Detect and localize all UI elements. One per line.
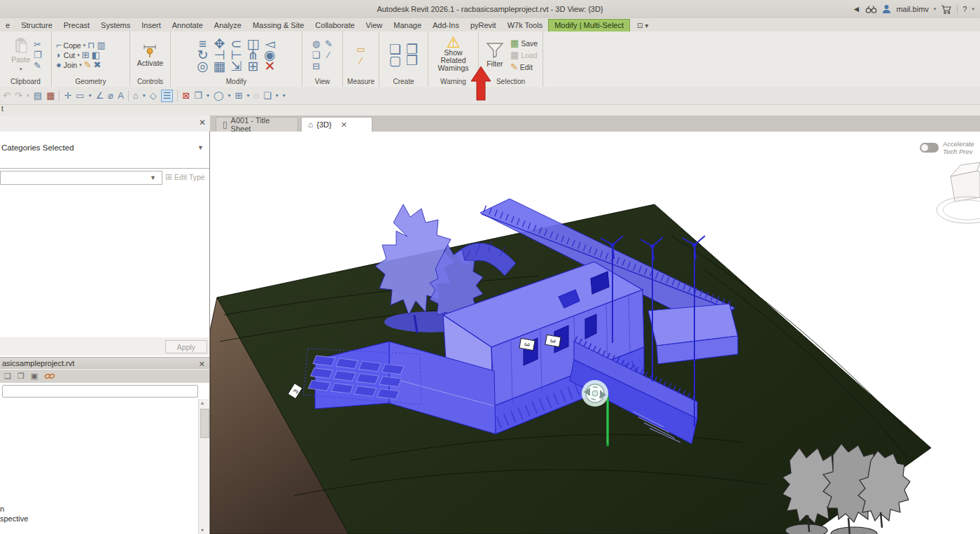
tag-icon[interactable]: ◇ — [150, 90, 157, 101]
search-binoculars-icon[interactable] — [865, 5, 877, 14]
ribbon-tab[interactable]: Systems — [95, 20, 136, 31]
drawing-area-3d-view[interactable]: 3 3 3 — [210, 132, 980, 534]
switch-caret-icon[interactable]: ▾ — [206, 90, 209, 101]
project-browser-tree[interactable]: n spective — [0, 399, 198, 534]
properties-close-icon[interactable]: ✕ — [199, 118, 206, 127]
apply-button[interactable]: Apply — [165, 340, 207, 353]
paste-caret-icon[interactable]: ▾ — [20, 65, 22, 73]
undo-icon[interactable]: ↶ — [3, 90, 10, 101]
panel-label-geometry[interactable]: Geometry — [52, 77, 130, 87]
divider[interactable] — [59, 90, 59, 101]
box3d-icon[interactable]: ❑ — [263, 90, 272, 101]
signed-in-user[interactable]: mail.bimv — [896, 5, 928, 13]
print-icon[interactable]: ▤ — [34, 90, 42, 101]
delete-icon[interactable]: ✕ — [264, 62, 275, 71]
ribbon-tab[interactable]: Precast — [58, 20, 95, 31]
combo-caret-icon[interactable]: ▼ — [150, 174, 156, 181]
ribbon-tab[interactable]: Collaborate — [309, 20, 360, 31]
grid-caret-icon[interactable]: ▾ — [246, 90, 249, 101]
scroll-up-icon[interactable]: ▴ — [201, 400, 204, 406]
create-group-icon[interactable]: ▢ — [389, 56, 402, 66]
cut-button[interactable]: ◗ Cut▾ ⊞ ◧ — [56, 50, 100, 60]
panel-label-clipboard[interactable]: Clipboard — [0, 77, 51, 87]
ribbon-tab[interactable]: Structure — [15, 20, 58, 31]
export-icon[interactable]: ▦ — [46, 90, 55, 101]
redo-icon[interactable]: ↷ — [15, 90, 22, 101]
shape-caret-icon[interactable]: ▾ — [227, 90, 230, 101]
browser-search-input[interactable] — [2, 385, 198, 398]
browser-search-icon[interactable]: ▣ — [31, 372, 38, 381]
ribbon-tab[interactable]: W7k Tools — [502, 20, 549, 31]
divider[interactable] — [177, 90, 178, 101]
array-icon[interactable]: ▦ — [214, 62, 226, 71]
beam-icon[interactable]: ⊓ — [88, 41, 94, 50]
ribbon-tab[interactable]: Manage — [388, 20, 427, 31]
tab-close-icon[interactable]: ✕ — [341, 120, 347, 129]
wall-joins-icon[interactable]: ⊞ — [247, 62, 258, 71]
section-icon[interactable]: ✛ — [64, 90, 71, 101]
type-selector-caret-icon[interactable]: ▼ — [197, 144, 204, 151]
collapse-icon[interactable]: ▾ — [283, 90, 286, 101]
shape-icon[interactable]: ◯ — [214, 90, 224, 101]
ribbon-tab[interactable]: pyRevit — [465, 20, 502, 31]
redo-caret-icon[interactable]: ▾ — [27, 90, 29, 101]
load-selection-button[interactable]: ▦ Load — [510, 50, 538, 60]
edit-selection-button[interactable]: ✎ Edit — [510, 62, 538, 72]
wall-opening-icon[interactable]: ▥ — [97, 41, 105, 50]
activate-button[interactable]: Activate — [135, 43, 165, 67]
properties-filter-combo[interactable]: ▼ — [0, 171, 162, 185]
view-tab-title-sheet[interactable]: ▯ A001 - Title Sheet — [216, 117, 298, 132]
override-graphics-icon[interactable]: ✎ — [325, 39, 332, 49]
help-icon[interactable]: ? — [962, 5, 967, 13]
save-selection-button[interactable]: ▦ Save — [510, 38, 538, 48]
browser-expand-icon[interactable]: ❏ — [4, 372, 11, 381]
scissors-icon[interactable]: ✂ — [34, 40, 42, 50]
cope-button[interactable]: ⌐ Cope▾ ⊓ ▥ — [56, 41, 106, 50]
browser-window-icon[interactable]: ❐ — [18, 372, 24, 381]
show-related-warnings-button[interactable]: ⚠ Show Related Warnings — [430, 38, 476, 72]
cart-icon[interactable] — [941, 4, 952, 14]
angle-icon[interactable]: ∠ — [96, 90, 104, 101]
link-icon[interactable] — [44, 372, 55, 380]
text-icon[interactable]: A — [118, 90, 124, 101]
scale-icon[interactable]: ⇲ — [231, 62, 242, 71]
tree-item[interactable]: spective — [0, 514, 28, 523]
displace-elements-icon[interactable]: ❑ — [312, 50, 321, 60]
demolish-icon[interactable]: ✖ — [94, 60, 102, 70]
panel-label-selection[interactable]: Selection — [479, 77, 542, 87]
diameter-icon[interactable]: ⌀ — [108, 90, 113, 101]
collapse-arrow-icon[interactable]: ◄ — [853, 4, 861, 14]
tree-item[interactable]: n — [0, 505, 4, 513]
copy-icon[interactable]: ❐ — [34, 50, 42, 60]
edit-type-button[interactable]: ⊞ Edit Type — [165, 172, 205, 182]
project-browser-close-icon[interactable]: ✕ — [199, 358, 205, 370]
panel-label-create[interactable]: Create — [379, 77, 428, 87]
hidden-line-icon[interactable]: ⊟ — [312, 62, 320, 71]
browser-scrollbar[interactable]: ▴ ▾ — [198, 399, 210, 534]
panel-label-view[interactable]: View — [302, 77, 342, 87]
unpin-icon[interactable]: ◎ — [197, 62, 209, 71]
hide-element-icon[interactable]: ◍ — [312, 39, 320, 49]
lasso-icon[interactable]: ◌ — [253, 90, 259, 101]
linework-icon[interactable]: ∕ — [328, 50, 329, 60]
paste-button[interactable]: Paste ▾ — [9, 38, 32, 73]
home-view-icon[interactable]: ⌂ — [133, 90, 139, 101]
ribbon-tab[interactable]: Massing & Site — [247, 20, 309, 31]
visibility-list-icon[interactable]: ☰ — [161, 90, 174, 102]
filter-button[interactable]: Filter — [484, 42, 506, 68]
project-browser-header[interactable]: asicsampleproject.rvt ✕ — [0, 357, 209, 369]
ribbon-tab[interactable]: Annotate — [167, 20, 209, 31]
box3d-caret-icon[interactable]: ▾ — [276, 90, 279, 101]
measure-between-icon[interactable]: ∕ — [360, 56, 361, 66]
ribbon-tab[interactable]: Analyze — [209, 20, 247, 31]
match-properties-icon[interactable]: ✎ — [34, 61, 42, 71]
ribbon-tab[interactable]: View — [360, 20, 388, 31]
panel-label-controls[interactable]: Controls — [130, 77, 170, 87]
ribbon-tab[interactable]: Add-Ins — [427, 20, 465, 31]
join-button[interactable]: ● Join▾ ✎ ✖ — [56, 60, 101, 70]
panel-label-warning[interactable]: Warning — [428, 77, 478, 87]
dimension-icon[interactable]: ▭ — [76, 90, 84, 101]
switch-windows-icon[interactable]: ❐ — [194, 90, 202, 101]
help-caret-icon[interactable]: ▾ — [972, 6, 974, 12]
home-caret-icon[interactable]: ▾ — [143, 90, 146, 101]
